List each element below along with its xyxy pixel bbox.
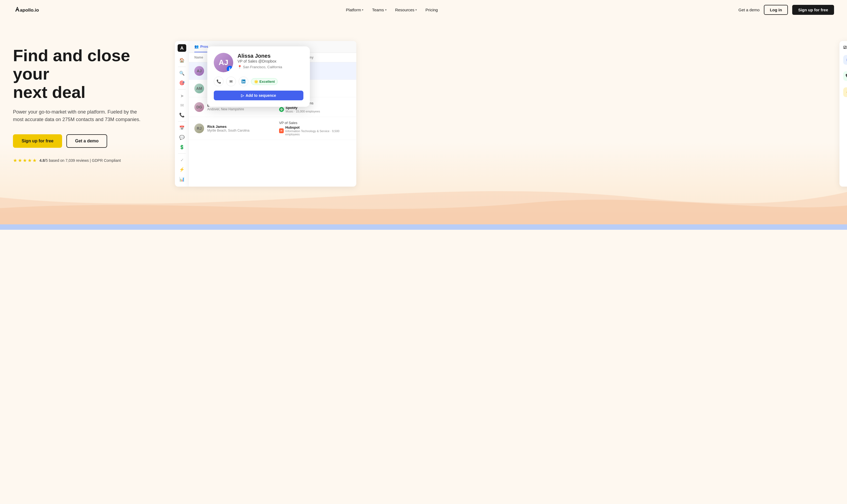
svg-text:apollo.io: apollo.io [20,7,39,13]
sidebar-mail-icon[interactable]: ✉ [177,101,187,109]
hero-title: Find and close your next deal [13,47,164,102]
hero-signup-button[interactable]: Sign up for free [13,134,62,148]
hero-left: Find and close your next deal Power your… [13,36,164,163]
hero-mockup: 🏠 🔍 🎯 ➤ ✉ 📞 📅 💬 💲 ✓ ⚡ 📊 [175,41,834,192]
excellent-badge: 🌟 Excellent [251,78,278,85]
person-info: Rick James Myrtle Beach, South Carolina [207,125,279,132]
nav-pricing[interactable]: Pricing [426,7,438,12]
sidebar-logo-icon [178,44,186,52]
star-2: ★ [18,158,22,163]
sidebar-calendar-icon[interactable]: 📅 [177,124,187,132]
prospects-tab[interactable]: 👥 Pros [194,41,208,52]
platform-chevron-icon: ▾ [362,8,363,11]
star-3: ★ [23,158,27,163]
avatar: AJ [194,66,204,76]
nav-platform[interactable]: Platform ▾ [346,7,364,12]
sidebar-divider-2 [178,89,186,90]
play-icon: ▷ [241,93,244,97]
sidebar-check-icon[interactable]: ✓ [177,156,187,164]
star-4: ★ [28,158,32,163]
teams-chevron-icon: ▾ [385,8,386,11]
hubspot-icon: H [279,128,284,133]
star-rating: ★ ★ ★ ★ ★ [13,158,37,163]
login-button[interactable]: Log in [764,5,788,15]
linkedin-icon-btn[interactable] [239,76,248,86]
company-col: VP of Sales H Hubspot Information Techno… [279,121,351,136]
hero-buttons: Sign up for free Get a demo [13,134,164,148]
popup-header: AJ Alissa Jones VP of Sales @Dropbox 📍 S… [214,53,304,72]
popup-role: VP of Sales @Dropbox [238,59,282,64]
company-sub: Music · 15,000 employees [286,110,320,113]
nav-actions: Get a demo Log in Sign up for free [739,5,834,15]
dropbox-badge [227,66,233,72]
sidebar-divider [178,67,186,67]
popup-contact-icons: 📞 ✉ 🌟 Excellent [214,76,304,86]
navbar: apollo.io Platform ▾ Teams ▾ Resources ▾… [0,0,847,19]
hero-demo-button[interactable]: Get a demo [66,134,107,148]
logo-svg: apollo.io [13,5,45,15]
person-location: Andover, New Hampshire [207,107,279,111]
location-pin-icon: 📍 [238,65,242,69]
email-icon-btn[interactable]: ✉ [226,76,236,86]
table-row[interactable]: RJ Rick James Myrtle Beach, South Caroli… [189,117,356,140]
email-step-icon: ✉ [843,55,847,65]
company-info: Spotify Music · 15,000 employees [286,106,320,113]
sequence-title: ☑ Tasks [843,45,847,50]
person-name: Rick James [207,125,279,129]
get-demo-link[interactable]: Get a demo [739,7,760,12]
sidebar-phone-icon[interactable]: 📞 [177,111,187,119]
sidebar-chat-icon[interactable]: 💬 [177,133,187,142]
avatar: RJ [194,124,204,133]
logo-link[interactable]: apollo.io [13,5,45,15]
sidebar-divider-3 [178,121,186,122]
sidebar-target-icon[interactable]: 🎯 [177,79,187,87]
sequence-step-1: ✉ Day 1 Auto Email Auto Email [843,55,847,65]
tasks-check-icon: ☑ [843,45,847,50]
popup-location: 📍 San Francisco, California [238,65,282,69]
hero-subtitle: Power your go-to-market with one platfor… [13,108,142,124]
star-1: ★ [13,158,17,163]
prospects-tab-icon: 👥 [194,44,198,49]
add-to-sequence-button[interactable]: ▷ Add to sequence [214,91,304,100]
popup-info: Alissa Jones VP of Sales @Dropbox 📍 San … [238,53,282,69]
hero-section: Find and close your next deal Power your… [0,19,847,214]
signup-button[interactable]: Sign up for free [792,5,834,15]
avatar: DG [194,102,204,112]
sequence-step-3: ✈ Day 5 Message Auto task [843,87,847,97]
company-name: Hubspot [285,125,351,129]
company-info: Hubspot Information Technology & Service… [285,125,351,136]
apollo-icon [179,45,185,51]
resources-chevron-icon: ▾ [415,8,417,11]
call-step-icon: 📞 [843,71,847,81]
sidebar-search-icon[interactable]: 🔍 [177,69,187,77]
nav-teams[interactable]: Teams ▾ [372,7,386,12]
company-sub: Information Technology & Service · 9,500… [285,129,351,136]
avatar: AM [194,84,204,93]
message-step-icon: ✈ [843,87,847,97]
job-title: VP of Sales [279,121,351,125]
sidebar-chart-icon[interactable]: 📊 [177,175,187,183]
phone-icon-btn[interactable]: 📞 [214,76,224,86]
sidebar-home-icon[interactable]: 🏠 [177,56,187,65]
spotify-icon [279,107,284,112]
sidebar-arrow-icon[interactable]: ➤ [177,92,187,100]
sequence-panel: ☑ Tasks ✉ Day 1 Auto Email Auto Email 📞 [840,41,847,186]
rating-score: 4.8/5 based on 7,039 reviews | GDPR Comp… [39,158,121,163]
hero-rating: ★ ★ ★ ★ ★ 4.8/5 based on 7,039 reviews |… [13,158,164,163]
star-5: ★ [32,158,37,163]
mock-sidebar: 🏠 🔍 🎯 ➤ ✉ 📞 📅 💬 💲 ✓ ⚡ 📊 [175,41,189,186]
popup-name: Alissa Jones [238,53,282,59]
sidebar-bolt-icon[interactable]: ⚡ [177,165,187,174]
nav-resources[interactable]: Resources ▾ [395,7,417,12]
sidebar-dollar-icon[interactable]: 💲 [177,143,187,151]
person-location: Myrtle Beach, South Carolina [207,129,279,132]
nav-links: Platform ▾ Teams ▾ Resources ▾ Pricing [346,7,438,12]
sequence-step-2: 📞 Day 3 Call Use AI template [843,71,847,81]
sidebar-divider-4 [178,154,186,154]
profile-popup: AJ Alissa Jones VP of Sales @Dropbox 📍 S… [207,47,310,107]
popup-avatar: AJ [214,53,233,72]
bottom-bar [0,224,847,230]
